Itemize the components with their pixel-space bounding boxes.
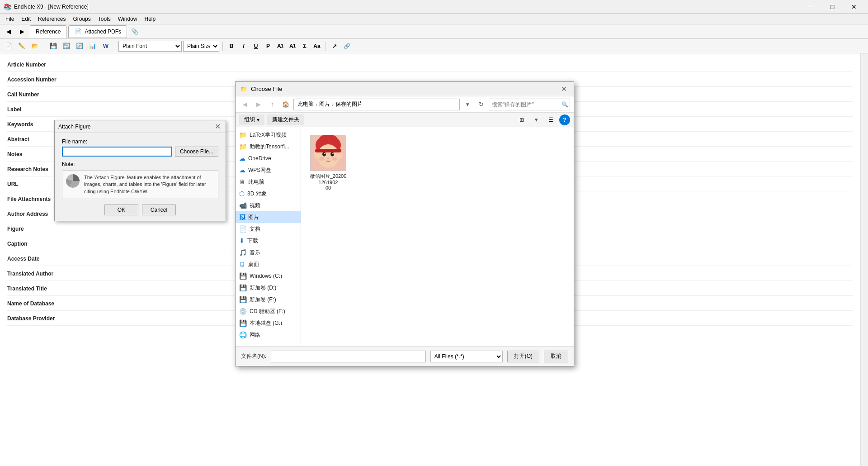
- edit-btn[interactable]: ✏️: [16, 41, 28, 52]
- cf-sidebar-label: 图片: [248, 214, 259, 221]
- menu-edit[interactable]: Edit: [18, 15, 34, 23]
- note-text: The 'Attach Figure' feature enables the …: [84, 174, 214, 195]
- organize-label: 组织: [244, 116, 255, 124]
- cf-view-icon-button[interactable]: ⊞: [516, 114, 528, 125]
- link-button[interactable]: 🔗: [341, 41, 352, 52]
- cf-sidebar-video[interactable]: 📹 视频: [236, 200, 301, 211]
- organize-button[interactable]: 组织 ▾: [239, 114, 264, 125]
- paperclip-button[interactable]: 📎: [129, 26, 141, 37]
- attach-figure-body: File name: Choose File... Note: The 'Att…: [55, 133, 226, 221]
- menu-tools[interactable]: Tools: [94, 15, 114, 23]
- note-pie-icon: [66, 174, 80, 188]
- cf-cancel-button[interactable]: 取消: [544, 351, 568, 362]
- cf-back-button[interactable]: ◀: [239, 99, 251, 110]
- cf-forward-button[interactable]: ▶: [253, 99, 264, 110]
- cf-refresh-button[interactable]: ↻: [475, 99, 487, 110]
- cf-sidebar-downloads[interactable]: ⬇ 下载: [236, 235, 301, 247]
- cf-footer: 文件名(N): All Files (*.*) 打开(O) 取消: [236, 346, 574, 366]
- cf-up-button[interactable]: ↑: [266, 99, 278, 110]
- cf-sidebar-drive-d[interactable]: 💾 新加卷 (D:): [236, 282, 301, 294]
- font-select[interactable]: Plain Font: [118, 41, 182, 52]
- menu-window[interactable]: Window: [114, 15, 141, 23]
- plain-button[interactable]: P: [263, 41, 274, 52]
- close-button[interactable]: ✕: [844, 0, 864, 14]
- sigma-button[interactable]: Σ: [299, 41, 310, 52]
- superscript-button[interactable]: A1: [275, 41, 286, 52]
- new-folder-button[interactable]: 新建文件夹: [267, 114, 304, 125]
- choose-file-button[interactable]: Choose File...: [175, 147, 218, 157]
- cf-sidebar-latex[interactable]: 📁 LaTeX学习视频: [236, 129, 301, 141]
- cd-icon: 💿: [239, 308, 247, 315]
- cf-sidebar-pictures[interactable]: 🖼 图片: [236, 211, 301, 223]
- cf-sidebar-music[interactable]: 🎵 音乐: [236, 247, 301, 258]
- cf-details-button[interactable]: ☰: [545, 114, 557, 125]
- cf-sidebar-drive-g[interactable]: 💾 本地磁盘 (G:): [236, 317, 301, 329]
- cf-sidebar-drive-e[interactable]: 💾 新加卷 (E:): [236, 294, 301, 305]
- cf-sidebar-wps[interactable]: ☁ WPS网盘: [236, 164, 301, 176]
- new-btn[interactable]: 📄: [3, 41, 14, 52]
- cf-view-dropdown[interactable]: ▾: [530, 114, 542, 125]
- choose-file-dialog: 📁 Choose File ✕ ◀ ▶ ↑ 🏠 此电脑 › 图片 › 保存的图片…: [235, 81, 574, 366]
- bold-button[interactable]: B: [226, 41, 237, 52]
- cf-sidebar-cd[interactable]: 💿 CD 驱动器 (F:): [236, 305, 301, 317]
- cf-sidebar-label: 文档: [250, 225, 260, 233]
- cf-sidebar-documents[interactable]: 📄 文档: [236, 223, 301, 235]
- menu-help[interactable]: Help: [141, 15, 159, 23]
- attach-figure-title: Attach Figure: [58, 124, 90, 130]
- documents-icon: 📄: [239, 225, 247, 233]
- word-btn[interactable]: W: [100, 41, 112, 52]
- cf-sidebar-thispc[interactable]: 🖥 此电脑: [236, 176, 301, 188]
- file-name-input[interactable]: [62, 147, 172, 157]
- video-icon: 📹: [239, 202, 247, 209]
- undo-btn[interactable]: ↩️: [61, 41, 72, 52]
- open-btn[interactable]: 📂: [29, 41, 41, 52]
- cf-search-input[interactable]: [492, 101, 560, 108]
- cf-dropdown-button[interactable]: ▾: [462, 99, 473, 110]
- menu-groups[interactable]: Groups: [69, 15, 94, 23]
- cf-sidebar-label: 本地磁盘 (G:): [250, 319, 282, 327]
- tab-attached-pdfs[interactable]: 📄 Attached PDFs: [68, 25, 127, 38]
- ok-button[interactable]: OK: [104, 204, 138, 215]
- format-btn[interactable]: 📊: [87, 41, 99, 52]
- cancel-button[interactable]: Cancel: [142, 204, 176, 215]
- cf-nav-toolbar: ◀ ▶ ↑ 🏠 此电脑 › 图片 › 保存的图片 ▾ ↻ 🔍: [236, 96, 574, 113]
- cf-sidebar-onedrive[interactable]: ☁ OneDrive: [236, 152, 301, 164]
- restore-button[interactable]: □: [822, 0, 843, 14]
- minimize-button[interactable]: ─: [800, 0, 821, 14]
- forward-button[interactable]: ▶: [16, 26, 28, 37]
- choose-file-close-button[interactable]: ✕: [558, 84, 569, 95]
- cf-action-bar: 组织 ▾ 新建文件夹 ⊞ ▾ ☰ ?: [236, 113, 574, 127]
- open-button[interactable]: 打开(O): [507, 351, 539, 362]
- tab-reference-label: Reference: [36, 29, 61, 35]
- export-button[interactable]: ↗: [329, 41, 340, 52]
- aa-button[interactable]: Aa: [311, 41, 322, 52]
- cf-sidebar-3dobj[interactable]: ⬡ 3D 对象: [236, 188, 301, 200]
- save-btn[interactable]: 💾: [47, 41, 59, 52]
- cf-sidebar-desktop[interactable]: 🖥 桌面: [236, 258, 301, 270]
- filename-input[interactable]: [271, 351, 426, 362]
- attach-figure-close-button[interactable]: ✕: [213, 122, 222, 131]
- cf-help-button[interactable]: ?: [559, 114, 570, 125]
- underline-button[interactable]: U: [250, 41, 261, 52]
- tab-reference[interactable]: Reference: [30, 25, 66, 38]
- cf-file-wechat-image[interactable]: 微信图片_20200126190200: [306, 132, 351, 194]
- cf-search-bar: 🔍: [489, 99, 570, 110]
- scrollbar-right[interactable]: [861, 53, 868, 466]
- svg-point-4: [317, 144, 339, 168]
- menu-references[interactable]: References: [34, 15, 69, 23]
- italic-button[interactable]: I: [238, 41, 249, 52]
- back-button[interactable]: ◀: [3, 26, 14, 37]
- cf-sidebar-windows[interactable]: 💾 Windows (C:): [236, 270, 301, 282]
- cite-btn[interactable]: 🔄: [74, 41, 85, 52]
- app-icon: 📚: [4, 3, 11, 10]
- network-icon: 🌐: [239, 331, 247, 338]
- menu-file[interactable]: File: [2, 15, 18, 23]
- filetype-select[interactable]: All Files (*.*): [430, 351, 503, 362]
- cf-sidebar-network[interactable]: 🌐 网络: [236, 329, 301, 341]
- cf-home-button[interactable]: 🏠: [280, 99, 292, 110]
- downloads-icon: ⬇: [239, 237, 245, 244]
- size-select[interactable]: Plain Size: [183, 41, 219, 52]
- file-name-row: Choose File...: [62, 147, 218, 157]
- cf-sidebar-tensorflow[interactable]: 📁 助教的Tensorfl...: [236, 141, 301, 152]
- subscript-button[interactable]: A1: [287, 41, 298, 52]
